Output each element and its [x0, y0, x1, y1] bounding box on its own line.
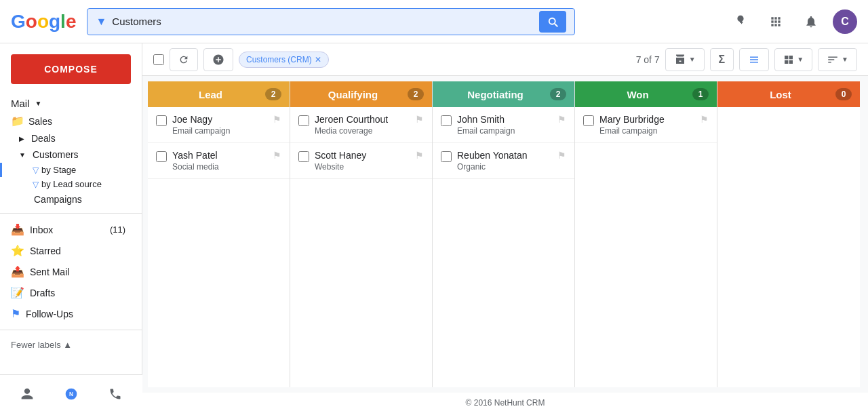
archive-button[interactable]: ▼ — [665, 48, 705, 71]
phone-icon — [108, 387, 122, 401]
card-checkbox[interactable] — [156, 151, 167, 162]
star-icon: ⭐ — [11, 244, 24, 257]
kanban-card[interactable]: Jeroen Courthout Media coverage ⚑ — [290, 107, 432, 143]
view-grid-button[interactable]: ▼ — [774, 48, 812, 71]
filter-close-icon[interactable]: ✕ — [315, 55, 321, 64]
card-info: Scott Haney Website — [315, 150, 410, 172]
avatar[interactable]: C — [833, 9, 857, 34]
flag-icon[interactable]: ⚑ — [415, 150, 424, 161]
contact-icon-btn[interactable] — [14, 380, 41, 408]
card-info: Reuben Yonatan Organic — [457, 150, 552, 172]
phone-icon-btn[interactable] — [102, 380, 129, 408]
compose-button[interactable]: COMPOSE — [11, 54, 131, 84]
filter-tag[interactable]: Customers (CRM) ✕ — [239, 52, 329, 68]
col-title-lost: Lost — [726, 89, 835, 100]
funnel-stage-icon: ▽ — [33, 165, 39, 175]
card-source: Media coverage — [315, 126, 410, 136]
kanban-card[interactable]: Joe Nagy Email campaign ⚑ — [148, 107, 290, 143]
sidebar-item-sales[interactable]: 📁 Sales — [0, 112, 142, 130]
card-source: Organic — [457, 162, 552, 172]
kanban-card[interactable]: Reuben Yonatan Organic ⚑ — [433, 143, 574, 179]
add-button[interactable] — [203, 48, 233, 71]
card-source: Email campaign — [457, 126, 552, 136]
topbar-right: C — [727, 8, 857, 35]
sidebar-item-campaigns[interactable]: Campaigns — [0, 191, 142, 208]
record-count: 7 of 7 — [636, 54, 660, 65]
toolbar-right: 7 of 7 ▼ Σ ▼ ▼ — [636, 48, 857, 71]
card-info: Joe Nagy Email campaign — [172, 114, 267, 136]
sidebar-item-by-stage[interactable]: ▽ by Stage — [0, 163, 142, 177]
kanban-card[interactable]: John Smith Email campaign ⚑ — [433, 107, 574, 143]
sidebar-item-customers[interactable]: ▼ Customers — [0, 146, 142, 163]
card-checkbox[interactable] — [441, 151, 452, 162]
col-badge-lost: 0 — [835, 88, 852, 100]
deals-arrow-icon: ▶ — [19, 135, 24, 142]
sidebar-divider-2 — [0, 330, 142, 330]
col-header-qualifying: Qualifying2 — [290, 81, 432, 107]
content-area: Customers (CRM) ✕ 7 of 7 ▼ Σ ▼ — [142, 43, 868, 413]
card-source: Email campaign — [172, 126, 267, 136]
followups-label: Follow-Ups — [26, 309, 73, 319]
flag-icon[interactable]: ⚑ — [273, 114, 281, 125]
sidebar-item-deals[interactable]: ▶ Deals — [0, 130, 142, 146]
nethunt-crm-icon-btn[interactable]: N — [58, 380, 85, 408]
notifications-button[interactable] — [797, 8, 825, 35]
person-arrow-icon — [733, 14, 748, 29]
search-icon — [547, 16, 559, 28]
google-logo: Google — [11, 11, 76, 33]
card-checkbox[interactable] — [583, 115, 594, 126]
sidebar-drafts[interactable]: 📝 Drafts — [0, 282, 136, 303]
kanban-card[interactable]: Yash Patel Social media ⚑ — [148, 143, 290, 179]
select-all-checkbox[interactable] — [153, 54, 164, 65]
search-button[interactable] — [539, 11, 566, 33]
flag-icon[interactable]: ⚑ — [273, 150, 281, 161]
sort-button[interactable]: ▼ — [818, 48, 857, 71]
card-checkbox[interactable] — [156, 115, 167, 126]
col-badge-qualifying: 2 — [408, 88, 424, 100]
apps-button[interactable] — [762, 8, 789, 35]
archive-icon — [674, 54, 686, 66]
refresh-icon — [178, 54, 189, 65]
flag-icon[interactable]: ⚑ — [557, 150, 566, 161]
sent-label: Sent Mail — [30, 267, 69, 277]
sigma-icon: Σ — [719, 54, 726, 66]
mail-dropdown[interactable]: Mail ▼ — [0, 95, 142, 112]
col-badge-negotiating: 2 — [550, 88, 566, 100]
col-title-negotiating: Negotiating — [441, 89, 550, 100]
sigma-button[interactable]: Σ — [710, 48, 734, 71]
sidebar-followups[interactable]: ⚑ Follow-Ups — [0, 303, 136, 324]
mail-label: Mail — [11, 98, 30, 109]
by-lead-source-label: by Lead source — [41, 179, 102, 189]
view-list-button[interactable] — [739, 48, 769, 71]
archive-chevron-icon: ▼ — [689, 56, 696, 63]
kanban-card[interactable]: Mary Burbridge Email campaign ⚑ — [575, 107, 717, 143]
sidebar-sent[interactable]: 📤 Sent Mail — [0, 261, 136, 282]
sidebar-starred[interactable]: ⭐ Starred — [0, 240, 136, 261]
list-view-icon — [748, 54, 760, 66]
flag-icon[interactable]: ⚑ — [557, 114, 566, 125]
inbox-count: (11) — [110, 224, 125, 235]
col-header-negotiating: Negotiating2 — [433, 81, 574, 107]
search-input[interactable] — [112, 16, 534, 27]
nethunt-icon-btn[interactable] — [727, 8, 754, 35]
card-name: John Smith — [457, 114, 552, 125]
col-title-qualifying: Qualifying — [298, 89, 408, 100]
flag-icon[interactable]: ⚑ — [415, 114, 424, 125]
starred-label: Starred — [30, 245, 61, 256]
col-title-lead: Lead — [156, 89, 265, 100]
card-info: Yash Patel Social media — [172, 150, 267, 172]
sidebar-divider — [0, 213, 142, 214]
card-checkbox[interactable] — [298, 115, 309, 126]
card-checkbox[interactable] — [298, 151, 309, 162]
fewer-labels-btn[interactable]: Fewer labels ▲ — [0, 336, 136, 354]
by-stage-label: by Stage — [41, 165, 76, 175]
card-info: John Smith Email campaign — [457, 114, 552, 136]
kanban-card[interactable]: Scott Haney Website ⚑ — [290, 143, 432, 179]
card-checkbox[interactable] — [441, 115, 452, 126]
refresh-button[interactable] — [170, 48, 198, 71]
sidebar-item-by-lead-source[interactable]: ▽ by Lead source — [0, 177, 142, 191]
card-info: Jeroen Courthout Media coverage — [315, 114, 410, 136]
flag-icon[interactable]: ⚑ — [700, 114, 709, 125]
sidebar-inbox[interactable]: 📥 Inbox (11) — [0, 219, 136, 240]
kanban-col-won: Won1 Mary Burbridge Email campaign ⚑ — [575, 81, 717, 387]
